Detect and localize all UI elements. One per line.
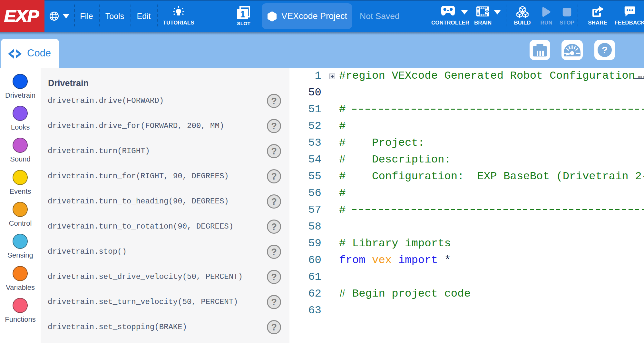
svg-text:?: ? <box>602 44 608 55</box>
svg-text:1: 1 <box>240 9 245 19</box>
